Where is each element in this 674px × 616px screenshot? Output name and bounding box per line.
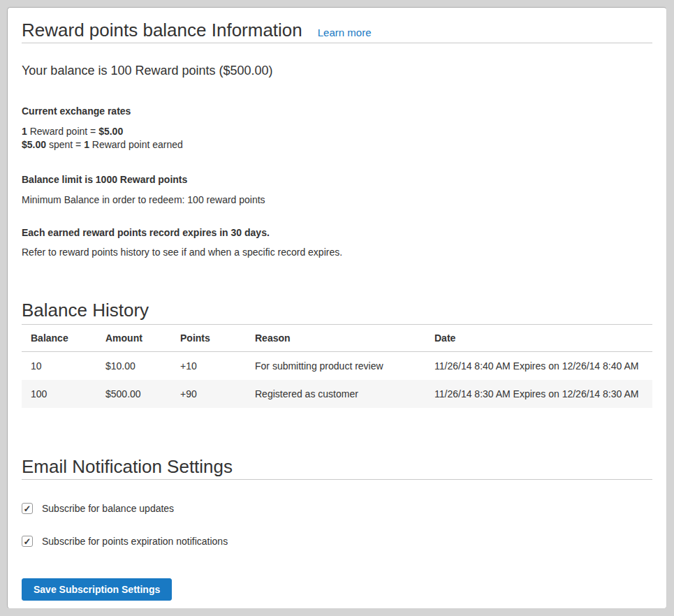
column-header-reason: Reason [246, 325, 425, 352]
email-settings-heading: Email Notification Settings [22, 454, 652, 479]
exchange-rates: 1 Reward point = $5.00 $5.00 spent = 1 R… [22, 125, 652, 152]
minimum-balance-text: Minimum Balance in order to redeem: 100 … [22, 193, 652, 207]
cell-amount: $10.00 [96, 352, 171, 381]
checkbox-label[interactable]: Subscribe for balance updates [42, 503, 174, 514]
cell-balance: 10 [22, 352, 96, 381]
check-icon: ✓ [24, 537, 31, 546]
balance-summary: Your balance is 100 Reward points ($500.… [22, 62, 652, 79]
page-title: Reward points balance Information [22, 17, 302, 43]
column-header-balance: Balance [22, 325, 96, 352]
table-row: 10 $10.00 +10 For submitting product rev… [22, 352, 652, 381]
expiration-hint: Refer to reward points history to see if… [22, 245, 652, 259]
rate-currency-to-points: $5.00 spent = 1 Reward point earned [22, 138, 652, 152]
table-row: 100 $500.00 +90 Registered as customer 1… [22, 380, 652, 408]
column-header-amount: Amount [96, 325, 171, 352]
cell-balance: 100 [22, 380, 96, 408]
page-header: Reward points balance Information Learn … [22, 17, 652, 43]
rate-points-to-currency: 1 Reward point = $5.00 [22, 125, 652, 138]
cell-amount: $500.00 [96, 380, 171, 408]
title-divider [22, 43, 652, 43]
save-subscription-settings-button[interactable]: Save Subscription Settings [22, 578, 172, 601]
learn-more-link[interactable]: Learn more [318, 27, 372, 38]
balance-updates-checkbox[interactable]: ✓ [22, 503, 33, 514]
cell-reason: Registered as customer [246, 380, 425, 408]
balance-history-heading: Balance History [22, 298, 652, 323]
subscribe-expiration-notifications-row[interactable]: ✓ Subscribe for points expiration notifi… [22, 536, 652, 547]
cell-date: 11/26/14 8:40 AM Expires on 12/26/14 8:4… [425, 352, 652, 381]
balance-limit-text: Balance limit is 1000 Reward points [22, 173, 652, 186]
column-header-points: Points [171, 325, 246, 352]
expiration-notice: Each earned reward points record expires… [22, 226, 652, 240]
cell-points: +10 [171, 352, 246, 381]
check-icon: ✓ [24, 504, 31, 513]
expiration-notifications-checkbox[interactable]: ✓ [22, 536, 33, 547]
cell-reason: For submitting product review [246, 352, 425, 381]
table-header-row: Balance Amount Points Reason Date [22, 325, 652, 352]
checkbox-label[interactable]: Subscribe for points expiration notifica… [42, 536, 228, 547]
reward-points-panel: Reward points balance Information Learn … [7, 7, 667, 609]
column-header-date: Date [425, 325, 652, 352]
balance-history-table: Balance Amount Points Reason Date 10 $10… [22, 324, 652, 408]
exchange-rates-heading: Current exchange rates [22, 104, 652, 118]
email-settings-divider [22, 479, 652, 480]
cell-date: 11/26/14 8:30 AM Expires on 12/26/14 8:3… [425, 380, 652, 408]
cell-points: +90 [171, 380, 246, 408]
subscribe-balance-updates-row[interactable]: ✓ Subscribe for balance updates [22, 503, 652, 514]
